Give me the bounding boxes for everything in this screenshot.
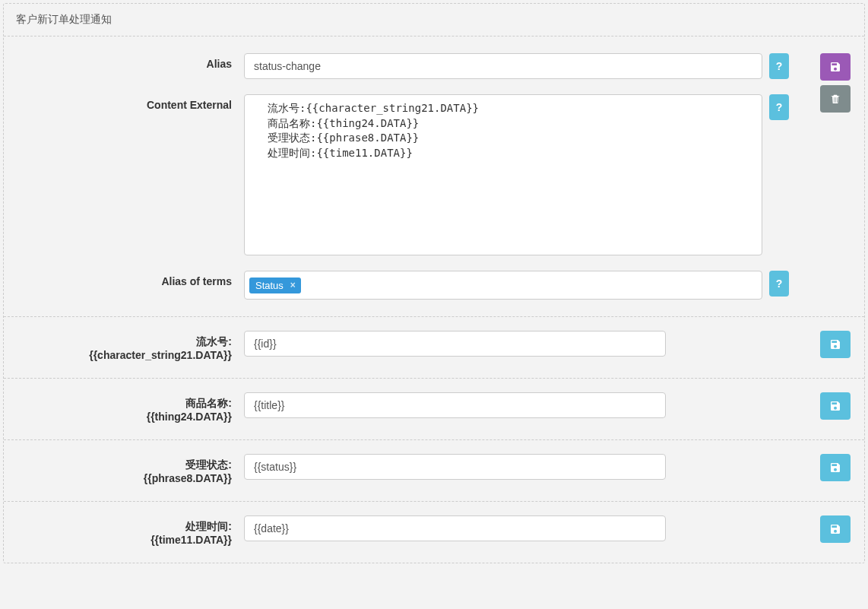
alias-terms-tag-input[interactable]: Status × xyxy=(244,271,762,300)
form-row-alias-terms: Alias of terms Status × ? xyxy=(4,263,864,316)
label-field-0: 流水号: {{character_string21.DATA}} xyxy=(16,331,244,361)
input-col-field-2 xyxy=(244,454,666,484)
label-line1-3: 处理时间: xyxy=(16,520,232,534)
label-field-2: 受理状态: {{phrase8.DATA}} xyxy=(16,454,244,484)
label-field-3: 处理时间: {{time11.DATA}} xyxy=(16,515,244,546)
save-icon xyxy=(829,338,841,350)
form-row-field-0: 流水号: {{character_string21.DATA}} xyxy=(4,316,864,378)
save-button-row-0[interactable] xyxy=(820,331,851,358)
save-button-row-2[interactable] xyxy=(820,454,851,481)
tag-label: Status xyxy=(255,280,284,291)
input-col-field-1 xyxy=(244,392,666,423)
label-field-1: 商品名称: {{thing24.DATA}} xyxy=(16,392,244,423)
form-row-alias: Alias ? xyxy=(4,36,864,87)
tag-status[interactable]: Status × xyxy=(249,278,301,293)
row-save-2 xyxy=(820,454,851,481)
field-input-0[interactable] xyxy=(244,331,666,357)
input-col-alias xyxy=(244,53,762,79)
field-input-2[interactable] xyxy=(244,454,666,480)
save-icon xyxy=(829,400,841,412)
input-col-alias-terms: Status × xyxy=(244,271,762,300)
save-button-row-1[interactable] xyxy=(820,392,851,420)
input-col-field-3 xyxy=(244,515,666,546)
label-alias-terms: Alias of terms xyxy=(16,271,244,300)
input-col-field-0 xyxy=(244,331,666,361)
label-line2-1: {{thing24.DATA}} xyxy=(16,411,232,423)
form-row-content-external: Content External 流水号:{{character_string2… xyxy=(4,87,864,263)
field-input-3[interactable] xyxy=(244,515,666,541)
row-save-1 xyxy=(820,392,851,420)
label-line1-1: 商品名称: xyxy=(16,397,232,411)
label-line2-2: {{phrase8.DATA}} xyxy=(16,472,232,484)
form-row-field-1: 商品名称: {{thing24.DATA}} xyxy=(4,378,864,439)
save-button-main[interactable] xyxy=(820,53,851,81)
save-icon xyxy=(829,523,841,535)
help-button-content-external[interactable]: ? xyxy=(769,94,789,120)
field-input-1[interactable] xyxy=(244,392,666,418)
help-button-alias[interactable]: ? xyxy=(769,53,789,79)
alias-input[interactable] xyxy=(244,53,762,79)
close-icon[interactable]: × xyxy=(288,280,298,290)
panel-title: 客户新订单处理通知 xyxy=(4,4,864,36)
label-line1-2: 受理状态: xyxy=(16,458,232,472)
label-alias: Alias xyxy=(16,53,244,79)
label-line1-0: 流水号: xyxy=(16,335,232,349)
row-save-3 xyxy=(820,515,851,543)
label-content-external: Content External xyxy=(16,94,244,255)
form-row-field-3: 处理时间: {{time11.DATA}} xyxy=(4,501,864,563)
form-row-field-2: 受理状态: {{phrase8.DATA}} xyxy=(4,439,864,501)
save-icon xyxy=(829,61,841,73)
main-form-group: Alias ? Content External 流水号:{{ch xyxy=(4,36,864,316)
panel-body: Alias ? Content External 流水号:{{ch xyxy=(4,36,864,563)
input-col-content-external: 流水号:{{character_string21.DATA}} 商品名称:{{t… xyxy=(244,94,762,255)
save-icon xyxy=(829,462,841,474)
save-button-row-3[interactable] xyxy=(820,515,851,543)
label-line2-0: {{character_string21.DATA}} xyxy=(16,349,232,361)
row-save-0 xyxy=(820,331,851,358)
content-external-editor[interactable]: 流水号:{{character_string21.DATA}} 商品名称:{{t… xyxy=(244,94,762,255)
panel: 客户新订单处理通知 Alias ? Content E xyxy=(3,3,865,563)
help-button-alias-terms[interactable]: ? xyxy=(769,271,789,297)
label-line2-3: {{time11.DATA}} xyxy=(16,534,232,546)
